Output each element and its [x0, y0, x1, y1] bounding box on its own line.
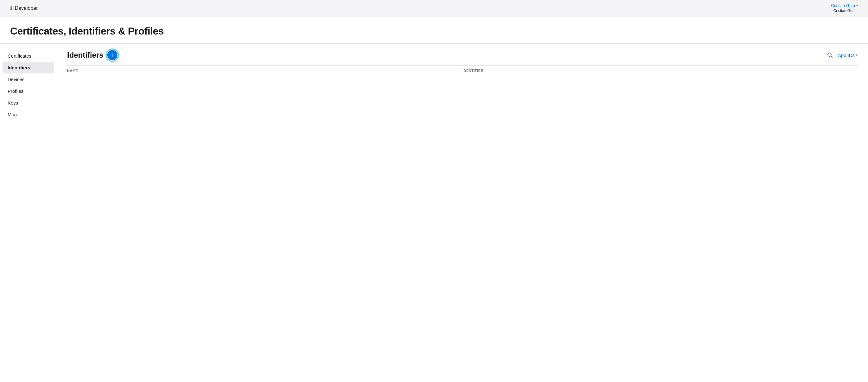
content-area: Identifiers + App IDs ▾	[57, 44, 868, 381]
page-title: Certificates, Identifiers & Profiles	[10, 25, 858, 37]
sidebar-item-devices[interactable]: Devices	[0, 74, 57, 85]
search-icon	[827, 52, 833, 58]
sidebar: Certificates Identifiers Devices Profile…	[0, 44, 57, 381]
content-controls: App IDs ▾	[827, 52, 858, 58]
filter-dropdown[interactable]: App IDs ▾	[838, 53, 858, 58]
user-name-sub: Cristian Gutu -	[834, 8, 858, 13]
svg-line-1	[831, 56, 832, 58]
content-title-row: Identifiers +	[67, 50, 118, 60]
add-identifier-button[interactable]: +	[107, 50, 118, 60]
content-header: Identifiers + App IDs ▾	[67, 50, 858, 60]
identifiers-table: NAME ↓ IDENTIFIER	[67, 65, 858, 171]
table-col-name[interactable]: NAME ↓	[67, 69, 463, 72]
sidebar-item-more[interactable]: More	[0, 109, 57, 120]
developer-label: Developer	[15, 5, 38, 11]
user-chevron-icon: ▾	[856, 4, 858, 7]
search-button[interactable]	[827, 52, 833, 58]
filter-dropdown-label: App IDs	[838, 53, 855, 58]
user-name-link[interactable]: Cristian Gutu ▾	[831, 3, 858, 8]
content-title: Identifiers	[67, 51, 103, 60]
top-navigation:  Developer Cristian Gutu ▾ Cristian Gut…	[0, 0, 868, 17]
apple-logo-icon: 	[10, 5, 12, 11]
table-body	[67, 76, 858, 171]
sidebar-item-identifiers[interactable]: Identifiers	[3, 62, 54, 74]
sidebar-item-profiles[interactable]: Profiles	[0, 85, 57, 97]
filter-dropdown-chevron-icon: ▾	[856, 53, 858, 57]
user-name-text: Cristian Gutu	[831, 3, 855, 8]
page-header: Certificates, Identifiers & Profiles	[0, 17, 868, 44]
main-layout: Certificates Identifiers Devices Profile…	[0, 44, 868, 381]
sidebar-item-keys[interactable]: Keys	[0, 97, 57, 109]
table-col-identifier: IDENTIFIER	[463, 69, 858, 72]
nav-brand:  Developer	[10, 5, 38, 11]
sidebar-item-certificates[interactable]: Certificates	[0, 50, 57, 62]
add-identifier-button-wrapper: +	[107, 50, 118, 60]
name-sort-arrow-icon: ↓	[79, 69, 81, 72]
nav-user-section: Cristian Gutu ▾ Cristian Gutu -	[831, 3, 858, 13]
table-header: NAME ↓ IDENTIFIER	[67, 65, 858, 76]
